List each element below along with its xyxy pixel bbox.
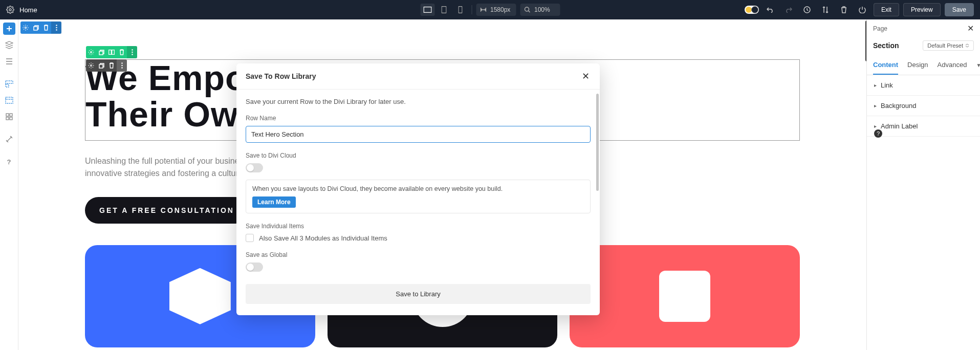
sort-icon[interactable] — [818, 4, 833, 16]
svg-rect-21 — [112, 50, 115, 55]
history-icon[interactable] — [800, 4, 814, 16]
device-switcher — [420, 4, 467, 16]
cloud-info-text: When you save layouts to Divi Cloud, the… — [252, 185, 584, 192]
save-library-modal: Save To Row Library ✕ Save your current … — [236, 63, 600, 315]
svg-point-15 — [56, 25, 57, 26]
svg-rect-3 — [459, 7, 462, 13]
breadcrumb[interactable]: Page — [873, 25, 887, 32]
svg-point-16 — [56, 27, 57, 29]
row-name-input[interactable] — [246, 126, 591, 143]
svg-point-24 — [132, 54, 133, 55]
svg-rect-11 — [6, 117, 9, 120]
settings-icon[interactable] — [6, 6, 14, 14]
help-icon[interactable]: ? — [3, 156, 15, 168]
section-toolbar — [20, 21, 61, 34]
svg-rect-14 — [34, 27, 37, 30]
section-label: Section — [873, 41, 899, 50]
exit-button[interactable]: Exit — [874, 3, 899, 16]
redo-icon[interactable] — [781, 4, 796, 16]
svg-rect-20 — [109, 50, 112, 55]
svg-rect-26 — [99, 64, 103, 68]
zoom-input[interactable] — [520, 4, 560, 16]
section-settings-icon[interactable] — [20, 21, 31, 34]
svg-rect-7 — [6, 84, 9, 87]
right-panel: Page ✕ Section Default Preset Content De… — [866, 19, 980, 350]
cta-button[interactable]: GET A FREE CONSULTATION — [85, 197, 249, 224]
individual-label: Save Individual Items — [246, 223, 591, 230]
page-title[interactable]: Home — [19, 6, 37, 14]
svg-point-0 — [9, 9, 11, 11]
settings-tabs: Content Design Advanced ▼ — [867, 56, 980, 75]
svg-rect-10 — [10, 114, 12, 116]
svg-rect-2 — [442, 7, 446, 13]
svg-rect-6 — [6, 81, 13, 83]
square-icon — [659, 271, 710, 322]
preview-button[interactable]: Preview — [903, 3, 941, 16]
module-more-icon[interactable] — [117, 59, 127, 72]
module-duplicate-icon[interactable] — [96, 59, 106, 72]
tab-design[interactable]: Design — [907, 56, 928, 75]
tab-advanced[interactable]: Advanced — [938, 56, 967, 75]
preset-dropdown[interactable]: Default Preset — [923, 40, 974, 51]
grid-icon[interactable] — [3, 111, 15, 123]
svg-point-22 — [132, 49, 133, 51]
row-settings-icon[interactable] — [86, 46, 96, 58]
svg-point-25 — [91, 65, 92, 67]
chevron-down-icon[interactable]: ▼ — [976, 62, 980, 68]
svg-rect-1 — [424, 7, 431, 13]
left-sidebar: ? — [0, 19, 18, 350]
theme-toggle[interactable] — [745, 6, 759, 14]
modal-description: Save your current Row to the Divi Librar… — [246, 98, 591, 105]
help-badge[interactable]: ? — [874, 129, 882, 138]
module-settings-icon[interactable] — [86, 59, 96, 72]
individual-checkbox[interactable] — [246, 234, 254, 242]
section-duplicate-icon[interactable] — [31, 21, 41, 34]
template-icon[interactable] — [3, 94, 15, 106]
mobile-icon[interactable] — [453, 4, 467, 16]
svg-rect-19 — [99, 51, 103, 55]
row-columns-icon[interactable] — [106, 46, 117, 58]
section-delete-icon[interactable] — [41, 21, 51, 34]
row-duplicate-icon[interactable] — [96, 46, 106, 58]
svg-point-27 — [121, 62, 123, 64]
learn-more-button[interactable]: Learn More — [252, 196, 296, 208]
accordion-link[interactable]: Link — [867, 75, 980, 96]
module-delete-icon[interactable] — [106, 59, 117, 72]
section-more-icon[interactable] — [51, 21, 61, 34]
svg-point-28 — [121, 65, 123, 67]
modal-title: Save To Row Library — [246, 72, 316, 80]
tools-icon[interactable] — [3, 133, 15, 145]
canvas-width-input[interactable] — [476, 4, 516, 16]
accordion-admin-label[interactable]: Admin Label — [867, 116, 980, 137]
add-button[interactable] — [3, 23, 15, 35]
row-toolbar — [86, 46, 137, 58]
svg-rect-12 — [10, 117, 12, 120]
wireframe-icon[interactable] — [3, 78, 15, 90]
modal-close-icon[interactable]: ✕ — [580, 71, 591, 82]
row-name-label: Row Name — [246, 115, 591, 122]
tab-content[interactable]: Content — [873, 56, 898, 75]
modal-scrollbar[interactable] — [596, 94, 599, 191]
tablet-icon[interactable] — [437, 4, 451, 16]
svg-point-13 — [25, 27, 27, 29]
svg-point-29 — [121, 67, 123, 69]
undo-icon[interactable] — [763, 4, 777, 16]
global-label: Save as Global — [246, 251, 591, 258]
row-more-icon[interactable] — [127, 46, 137, 58]
module-toolbar — [86, 59, 127, 72]
cloud-info-box: When you save layouts to Divi Cloud, the… — [246, 180, 591, 213]
save-library-button[interactable]: Save to Library — [246, 284, 591, 304]
desktop-icon[interactable] — [420, 4, 434, 16]
list-icon[interactable] — [3, 55, 15, 68]
cloud-toggle[interactable] — [246, 163, 263, 172]
close-icon[interactable]: ✕ — [967, 24, 974, 33]
row-delete-icon[interactable] — [117, 46, 127, 58]
layers-icon[interactable] — [3, 39, 15, 51]
global-toggle[interactable] — [246, 262, 263, 272]
card-red[interactable] — [570, 245, 800, 347]
power-icon[interactable] — [855, 4, 869, 16]
accordion-background[interactable]: Background — [867, 96, 980, 116]
svg-point-17 — [56, 29, 57, 31]
save-button[interactable]: Save — [945, 3, 974, 16]
trash-icon[interactable] — [837, 4, 851, 16]
